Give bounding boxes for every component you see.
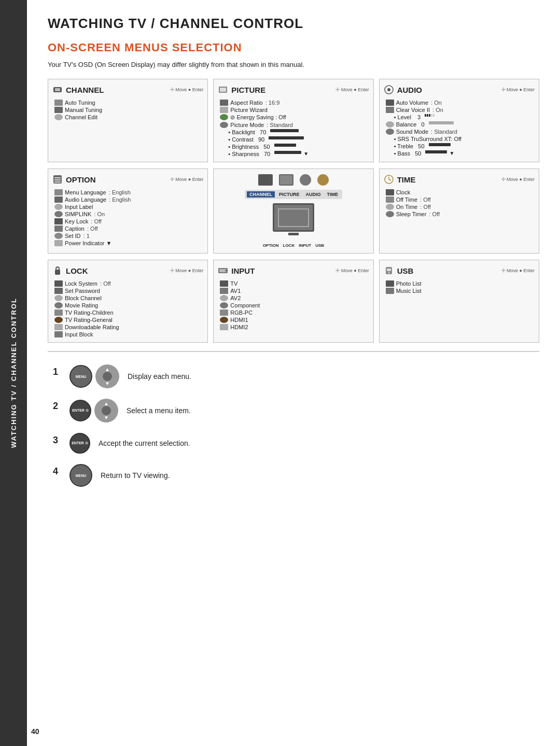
picture-mode-label: Picture Mode : Standard (230, 122, 293, 128)
channel-edit-label: Channel Edit (65, 114, 97, 120)
clear-voice-icon (386, 107, 394, 113)
step-1-buttons: MENU ▲ ▼ (69, 364, 119, 388)
list-item: Input Block (52, 331, 203, 338)
simplink-label: SIMPLINK : On (65, 211, 105, 217)
power-ind-label: Power Indicator ▼ (65, 240, 111, 246)
channel-nav: ☩ Move ● Enter (170, 87, 203, 92)
svg-rect-3 (220, 88, 226, 92)
list-item: Off Time : Off (384, 196, 535, 203)
list-item: Set Password (52, 287, 203, 294)
av2-label: AV2 (230, 295, 241, 301)
menu-button-4[interactable]: MENU (69, 464, 92, 487)
nav-ring-1[interactable]: ▲ ▼ (95, 364, 119, 388)
section-divider (48, 351, 539, 352)
list-item: Menu Language : English (52, 189, 203, 196)
picture-wizard-label: Picture Wizard (230, 107, 268, 113)
option-menu-box: OPTION ☩ Move ● Enter Menu Language : En… (48, 168, 208, 254)
subtitle: Your TV's OSD (On Screen Display) may di… (48, 61, 539, 68)
channel-title: CHANNEL (66, 86, 165, 94)
audio-lang-label: Audio Language : English (65, 196, 131, 203)
usb-nav: ☩ Move ● Enter (501, 268, 535, 273)
picture-items: Aspect Ratio : 16:9 Picture Wizard ⊘ Ene… (218, 99, 369, 158)
picture-nav: ☩ Move ● Enter (335, 87, 369, 92)
sidebar-label: WATCHING TV / CHANNEL CONTROL (10, 298, 18, 448)
set-password-icon (54, 288, 63, 294)
osd-top-icons (258, 174, 329, 186)
svg-rect-8 (54, 179, 61, 180)
nav-center-1 (103, 372, 112, 381)
input-menu-icon (218, 265, 228, 276)
menu-button-1[interactable]: MENU (69, 365, 92, 388)
list-item: On Time : Off (384, 203, 535, 210)
osd-channel-icon (258, 174, 273, 186)
aspect-ratio-label: Aspect Ratio : 16:9 (230, 100, 279, 106)
backlight-bar (270, 129, 299, 132)
list-item: Channel Edit (52, 114, 203, 121)
av1-label: AV1 (230, 288, 241, 294)
channel-icon (52, 85, 63, 95)
step-1-text: Display each menu. (128, 372, 191, 381)
balance-label: Balance 0 (396, 121, 425, 128)
nav-ring-2[interactable]: ▲ ▼ (94, 399, 118, 423)
input-nav: ☩ Move ● Enter (335, 268, 369, 273)
caption-icon (54, 226, 63, 232)
usb-items: Photo List Music List (384, 280, 535, 294)
manual-tuning-label: Manual Tuning (65, 107, 102, 113)
auto-volume-label: Auto Volume : On (396, 100, 442, 106)
clear-voice-label: Clear Voice II : On (396, 107, 443, 113)
input-menu-box: INPUT ☩ Move ● Enter TV AV1 AV2 (213, 260, 373, 343)
enter-btn-label-3: ENTER ⊙ (72, 441, 88, 445)
usb-title: USB (397, 266, 496, 275)
osd-label-input: INPUT (299, 243, 311, 248)
time-nav: ☩ Move ● Enter (501, 177, 535, 182)
channel-edit-icon (54, 114, 63, 120)
audio-title: AUDIO (397, 86, 496, 94)
srs-label: • SRS TruSurround XT: Off (394, 136, 461, 142)
nav-down-2: ▼ (104, 415, 109, 420)
energy-saving-icon (220, 114, 228, 120)
osd-picture-icon (279, 174, 293, 186)
picture-mode-icon (220, 122, 228, 128)
sleep-timer-icon (386, 211, 394, 217)
list-item: Set ID : 1 (52, 232, 203, 240)
list-item: Movie Rating (52, 302, 203, 309)
enter-button-2[interactable]: ENTER ⊙ (69, 400, 91, 421)
block-channel-label: Block Channel (65, 295, 102, 301)
enter-button-3[interactable]: ENTER ⊙ (69, 433, 90, 454)
list-item: Photo List (384, 280, 535, 287)
treble-bar (429, 143, 451, 146)
step-2-buttons: ENTER ⊙ ▲ ▼ (69, 399, 118, 423)
music-list-label: Music List (396, 288, 422, 294)
block-channel-icon (54, 295, 63, 301)
treble-label: • Treble 50 (394, 143, 425, 149)
menu-lang-label: Menu Language : English (65, 189, 131, 195)
svg-rect-1 (55, 88, 60, 91)
osd-channel-icon-group (258, 174, 273, 186)
photo-list-label: Photo List (396, 280, 422, 287)
picture-menu-box: PICTURE ☩ Move ● Enter Aspect Ratio : 16… (213, 79, 373, 162)
step-1-number: 1 (53, 367, 61, 377)
osd-menu-audio: AUDIO (304, 191, 323, 198)
picture-wizard-icon (220, 107, 228, 113)
movie-rating-icon (54, 302, 63, 308)
movie-rating-label: Movie Rating (65, 302, 98, 308)
menu-btn-label-1: MENU (76, 375, 87, 378)
page-title: WATCHING TV / CHANNEL CONTROL (48, 16, 539, 32)
list-item: Clear Voice II : On (384, 106, 535, 114)
sharpness-label: • Sharpness 70 (228, 151, 270, 157)
list-item: • Bass 50 ▼ (384, 150, 535, 157)
svg-rect-18 (387, 269, 391, 271)
list-item: • Brightness 50 (218, 143, 369, 150)
auto-tuning-label: Auto Tuning (65, 100, 95, 106)
lock-menu-box: LOCK ☩ Move ● Enter Lock System : Off Se… (48, 260, 208, 343)
list-item: Auto Tuning (52, 99, 203, 106)
lock-title: LOCK (66, 266, 165, 275)
list-item: Music List (384, 287, 535, 294)
list-item: Audio Language : English (52, 196, 203, 203)
av1-icon (220, 288, 228, 294)
osd-bottom-labels: OPTION LOCK INPUT USB (263, 243, 324, 248)
downloadable-rating-icon (54, 324, 63, 330)
audio-header: AUDIO ☩ Move ● Enter (384, 85, 535, 95)
time-items: Clock Off Time : Off On Time : Off Sleep… (384, 189, 535, 218)
lock-nav: ☩ Move ● Enter (170, 268, 203, 273)
